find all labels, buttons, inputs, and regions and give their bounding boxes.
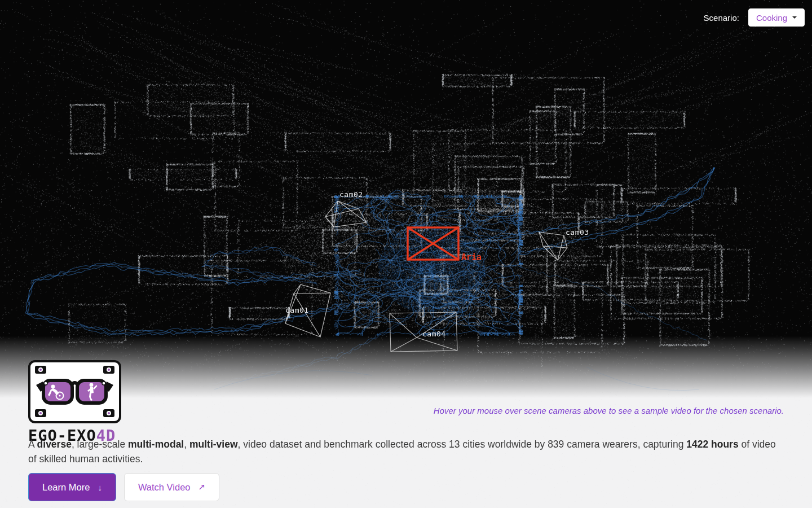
hero-scene: cam01 cam02 cam03 cam04 Aria (0, 0, 812, 508)
intro-segment-bold: diverse (37, 439, 72, 450)
cam01-label[interactable]: cam01 (285, 306, 309, 314)
arrow-up-right-icon: ↗ (198, 482, 206, 492)
cam03-label[interactable]: cam03 (566, 228, 589, 237)
glasses-logo-icon (28, 360, 121, 423)
action-buttons: Learn More ↓ Watch Video ↗ (28, 473, 219, 501)
pointcloud-canvas (0, 0, 812, 508)
intro-segment: , large-scale (72, 439, 128, 450)
intro-segment: , video dataset and benchmark collected … (238, 439, 687, 450)
intro-segment: , (184, 439, 189, 450)
scenario-value: Cooking (756, 13, 787, 23)
cam04-label[interactable]: cam04 (422, 330, 446, 338)
egoexo4d-logo: EGO-EXO4D (28, 360, 121, 444)
caret-down-icon (792, 16, 797, 19)
intro-text: A diverse, large-scale multi-modal, mult… (28, 437, 784, 466)
watch-video-button[interactable]: Watch Video ↗ (124, 473, 219, 501)
arrow-down-icon: ↓ (98, 483, 102, 492)
scenario-label: Scenario: (704, 13, 739, 23)
scenario-bar: Scenario: Cooking (704, 8, 805, 27)
intro-segment-bold: multi-view (189, 439, 238, 450)
intro-segment-bold: 1422 hours (686, 439, 738, 450)
learn-more-label: Learn More (42, 482, 90, 493)
watch-video-label: Watch Video (138, 482, 191, 493)
learn-more-button[interactable]: Learn More ↓ (28, 473, 116, 501)
aria-label[interactable]: Aria (461, 252, 482, 262)
scenario-dropdown[interactable]: Cooking (748, 8, 805, 27)
intro-segment: A (28, 439, 37, 450)
intro-segment-bold: multi-modal (128, 439, 184, 450)
hover-hint-text: Hover your mouse over scene cameras abov… (434, 406, 784, 415)
cam02-label[interactable]: cam02 (339, 190, 363, 199)
